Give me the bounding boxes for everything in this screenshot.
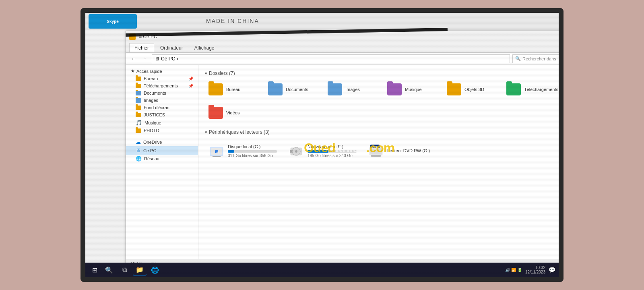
made-in-china-text: MADE IN CHINA [206, 18, 259, 24]
folder-videos-icon [208, 107, 223, 119]
tab-affichage[interactable]: Affichage [189, 43, 220, 52]
pin-icon: 📌 [188, 77, 193, 81]
reseau-icon: 🌐 [136, 156, 142, 162]
sidebar-item-documents[interactable]: Documents [126, 89, 198, 97]
title-bar-controls: ─ ❐ ✕ [557, 33, 559, 40]
folder-images[interactable]: Images [324, 79, 380, 99]
taskbar-edge[interactable]: 🌐 [148, 264, 162, 276]
taskbar-task-view[interactable]: ⧉ [118, 264, 131, 276]
documents-icon [136, 91, 141, 95]
drive-e-icon [289, 144, 303, 158]
folder-musique[interactable]: Musique [384, 79, 440, 99]
drive-c-info: Disque local (C:) 311 Go libres sur 356 … [228, 144, 277, 158]
folder-musique-name: Musique [405, 87, 422, 92]
up-button[interactable]: ↑ [140, 54, 149, 63]
folder-images-name: Images [345, 87, 360, 92]
drive-c-fill [228, 150, 234, 153]
drives-grid: ⊞ Disque local (C:) 311 Go libres sur 35… [205, 138, 559, 164]
drive-e-info: Nouveau nom (E:) 195 Go libres sur 340 G… [308, 144, 357, 158]
folder-bureau[interactable]: Bureau [205, 79, 261, 99]
drive-g[interactable]: DVD Lecteur DVD RW (G:) [364, 138, 441, 164]
folders-section-header: Dossiers (7) [205, 70, 559, 76]
explorer-window: ≡ Ce PC ─ ❐ ✕ Fichier Ordinateur Afficha… [126, 31, 559, 268]
sidebar-item-photo-label: PHOTO [144, 128, 159, 133]
folder-bureau-icon [208, 83, 223, 95]
search-icon: 🔍 [515, 56, 521, 61]
sidebar-item-fond-ecran-label: Fond d'écran [144, 105, 169, 110]
taskbar-explorer[interactable]: 📁 [133, 264, 147, 276]
sidebar-item-onedrive[interactable]: ☁ OneDrive [126, 138, 198, 146]
folder-musique-icon [387, 83, 402, 95]
screen: Skype MADE IN CHINA ≡ Ce PC ─ ❐ ✕ Fichie… [85, 13, 559, 277]
svg-point-6 [295, 150, 297, 153]
drive-e-bar [308, 150, 357, 153]
drive-c-name: Disque local (C:) [228, 144, 277, 149]
folder-documents-icon [268, 83, 283, 95]
minimize-button[interactable]: ─ [557, 33, 559, 40]
drive-c-size: 311 Go libres sur 356 Go [228, 153, 277, 158]
drive-g-info: Lecteur DVD RW (G:) [387, 148, 436, 154]
taskbar-icons: 🔊 📶 🔋 [505, 268, 522, 272]
folder-documents[interactable]: Documents [264, 79, 321, 99]
sidebar-item-musique[interactable]: 🎵 Musique [126, 118, 198, 127]
folder-objets3d[interactable]: Objets 3D [443, 79, 500, 99]
address-bar: ← ↑ 🖥 Ce PC › 🔍 Rechercher dans : Ce PC [126, 53, 559, 65]
folder-telechargements-icon [506, 83, 521, 95]
bureau-folder-icon [136, 77, 141, 81]
sidebar-item-bureau-label: Bureau [144, 76, 158, 81]
sidebar-item-ce-pc[interactable]: 🖥 Ce PC [126, 146, 198, 155]
folder-objets3d-name: Objets 3D [464, 87, 484, 92]
taskbar-time: 10:32 12/11/2023 [525, 265, 545, 274]
sidebar-item-images[interactable]: Images [126, 97, 198, 104]
drive-g-icon: DVD [369, 144, 383, 158]
main-area: ★ Accès rapide Bureau 📌 Téléchargements … [126, 65, 559, 259]
drive-c-bar [228, 150, 277, 153]
nav-separator [126, 136, 198, 136]
start-button[interactable]: ⊞ [89, 264, 101, 276]
sidebar-item-images-label: Images [144, 98, 158, 103]
musique-icon: 🎵 [136, 120, 142, 126]
drives-section-header: Périphériques et lecteurs (3) [205, 129, 559, 135]
tab-fichier[interactable]: Fichier [129, 43, 154, 52]
drive-e-fill [308, 150, 328, 153]
svg-rect-3 [213, 156, 221, 157]
sidebar-item-onedrive-label: OneDrive [143, 140, 162, 145]
taskbar-right: 🔊 📶 🔋 10:32 12/11/2023 💬 [505, 265, 555, 274]
search-box[interactable]: 🔍 Rechercher dans : Ce PC [512, 54, 559, 63]
taskbar: ⊞ 🔍 ⧉ 📁 🌐 🔊 📶 🔋 10:32 12/11/2023 💬 [85, 263, 559, 277]
drive-e[interactable]: Nouveau nom (E:) 195 Go libres sur 340 G… [285, 138, 361, 164]
back-button[interactable]: ← [129, 54, 138, 63]
folder-telechargements[interactable]: Téléchargements [503, 79, 559, 99]
drive-e-name: Nouveau nom (E:) [308, 144, 357, 149]
folder-objets3d-icon [447, 83, 461, 95]
folder-videos[interactable]: Vidéos [205, 103, 261, 123]
quick-access-icon: ★ [131, 68, 135, 74]
quick-access-header[interactable]: ★ Accès rapide [126, 67, 198, 75]
breadcrumb[interactable]: 🖥 Ce PC › [152, 54, 510, 63]
sidebar-item-fond-ecran[interactable]: Fond d'écran [126, 104, 198, 111]
folder-documents-name: Documents [286, 87, 308, 92]
sidebar-item-justices[interactable]: JUSTICES [126, 111, 198, 118]
drive-c-icon: ⊞ [209, 144, 224, 158]
sidebar-item-reseau-label: Réseau [144, 156, 159, 161]
drive-e-size: 195 Go libres sur 340 Go [308, 153, 357, 158]
breadcrumb-text: Ce PC [161, 56, 175, 62]
folders-grid: Bureau Documents Images [205, 79, 559, 123]
sidebar-item-photo[interactable]: PHOTO [126, 127, 198, 134]
tab-ordinateur[interactable]: Ordinateur [155, 43, 188, 52]
folder-images-icon [328, 83, 342, 95]
breadcrumb-separator: › [177, 56, 178, 62]
drive-c[interactable]: ⊞ Disque local (C:) 311 Go libres sur 35… [205, 138, 281, 164]
taskbar-search[interactable]: 🔍 [102, 264, 116, 276]
search-placeholder: Rechercher dans : Ce PC [522, 56, 559, 61]
svg-rect-10 [371, 155, 381, 157]
nav-pane: ★ Accès rapide Bureau 📌 Téléchargements … [126, 65, 198, 259]
notification-icon[interactable]: 💬 [549, 267, 555, 273]
sidebar-item-bureau[interactable]: Bureau 📌 [126, 75, 198, 82]
skype-icon: Skype [89, 14, 137, 29]
photo-icon [136, 128, 141, 133]
sidebar-item-telechargements[interactable]: Téléchargements 📌 [126, 82, 198, 89]
folder-videos-name: Vidéos [226, 110, 239, 116]
justices-icon [136, 113, 141, 117]
sidebar-item-reseau[interactable]: 🌐 Réseau [126, 155, 198, 163]
